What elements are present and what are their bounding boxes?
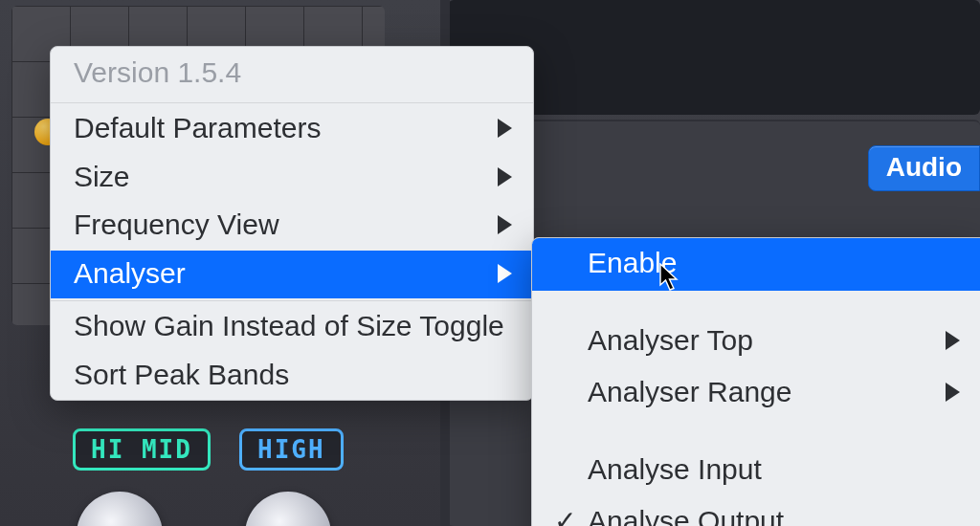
submenu-item-enable[interactable]: Enable [532, 238, 980, 291]
menu-item-size[interactable]: Size [51, 154, 533, 203]
submenu-item-label: Analyse Input [580, 450, 960, 490]
menu-item-label: Default Parameters [74, 109, 498, 148]
submenu-item-label: Analyse Output [580, 502, 960, 526]
band-high-chip[interactable]: HIGH [239, 428, 344, 471]
submenu-arrow-icon [498, 119, 512, 138]
audio-button[interactable]: Audio [868, 145, 980, 191]
band-hi-mid-chip[interactable]: HI MID [73, 428, 211, 471]
menu-item-show-gain-toggle[interactable]: Show Gain Instead of Size Toggle [51, 303, 533, 352]
submenu-item-analyser-top[interactable]: Analyser Top [532, 316, 980, 368]
submenu-item-label: Enable [580, 244, 960, 283]
menu-item-label: Frequency View [74, 206, 498, 245]
submenu-arrow-icon [946, 331, 960, 350]
context-menu: Version 1.5.4 Default Parameters Size Fr… [50, 46, 534, 401]
menu-separator [51, 300, 533, 301]
menu-item-default-parameters[interactable]: Default Parameters [51, 105, 533, 154]
menu-item-analyser[interactable]: Analyser [51, 251, 533, 299]
knob-high[interactable] [245, 492, 331, 526]
menu-item-label: Show Gain Instead of Size Toggle [74, 307, 512, 346]
submenu-arrow-icon [946, 383, 960, 402]
submenu-item-analyser-range[interactable]: Analyser Range [532, 367, 980, 420]
analyser-submenu: Enable Analyser Top Analyser Range Analy… [531, 237, 980, 526]
plugin-window: Audio HI MID HIGH Version 1.5.4 Default … [0, 0, 980, 526]
submenu-item-analyse-input[interactable]: Analyse Input [532, 445, 980, 497]
menu-separator [51, 102, 533, 103]
menu-item-label: Size [74, 158, 498, 197]
menu-item-label: Sort Peak Bands [74, 356, 512, 395]
submenu-arrow-icon [498, 264, 512, 283]
submenu-gap [532, 420, 980, 445]
check-icon: ✓ [549, 503, 580, 526]
menu-item-label: Analyser [74, 254, 498, 294]
submenu-item-analyse-output[interactable]: ✓ Analyse Output [532, 496, 980, 526]
menu-item-frequency-view[interactable]: Frequency View [51, 202, 533, 251]
knob-hi-mid[interactable] [77, 492, 163, 526]
submenu-item-label: Analyser Range [580, 373, 946, 412]
submenu-arrow-icon [498, 215, 512, 234]
menu-item-sort-peak-bands[interactable]: Sort Peak Bands [51, 352, 533, 401]
submenu-arrow-icon [498, 167, 512, 186]
menu-version-label: Version 1.5.4 [51, 47, 533, 100]
submenu-item-label: Analyser Top [580, 321, 946, 361]
submenu-gap [532, 291, 980, 316]
